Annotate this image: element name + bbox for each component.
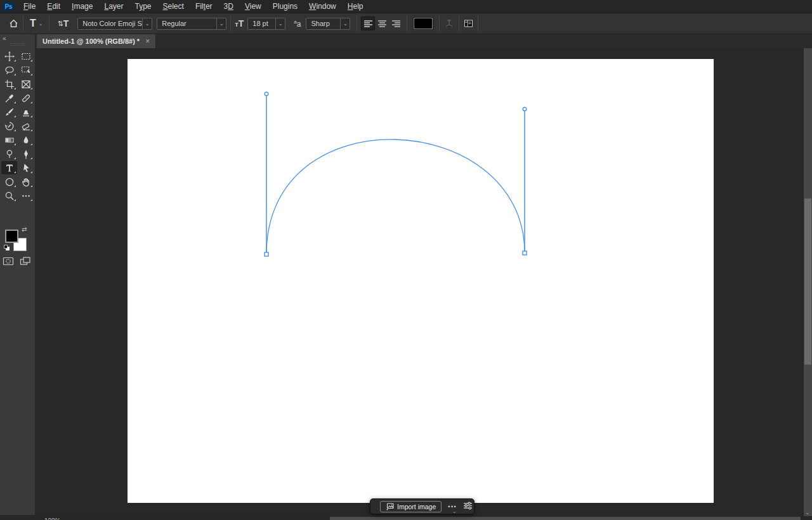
healing-brush-tool[interactable]: [18, 91, 34, 105]
menu-type[interactable]: Type: [129, 1, 157, 12]
import-image-icon: [386, 503, 394, 510]
menu-3d[interactable]: 3D: [218, 1, 239, 12]
menu-file[interactable]: File: [18, 1, 41, 12]
separator: [459, 16, 459, 31]
warp-text-icon: [443, 18, 455, 29]
menu-layer[interactable]: Layer: [98, 1, 129, 12]
marquee-tool[interactable]: [18, 49, 34, 63]
eyedropper-tool[interactable]: [1, 91, 17, 105]
import-image-label: Import image: [397, 503, 436, 510]
chevron-down-icon: ⌄: [216, 18, 226, 29]
font-size-select[interactable]: 18 pt ⌄: [247, 18, 285, 30]
chevron-down-icon: ⌄: [142, 18, 152, 29]
eraser-tool[interactable]: [18, 119, 34, 133]
menu-edit[interactable]: Edit: [41, 1, 66, 12]
text-color-swatch[interactable]: [414, 18, 433, 29]
status-bar: 100%: [0, 516, 812, 520]
import-image-button[interactable]: Import image: [380, 501, 442, 512]
menu-window[interactable]: Window: [303, 1, 342, 12]
font-size-icon: TT: [235, 19, 244, 28]
horizontal-scrollbar-thumb[interactable]: [330, 517, 801, 520]
frame-tool[interactable]: [18, 77, 34, 91]
path-selection-tool[interactable]: [18, 161, 34, 174]
menu-image[interactable]: Image: [66, 1, 98, 12]
gradient-tool[interactable]: [1, 133, 17, 146]
ellipse-shape-tool[interactable]: [1, 175, 17, 188]
align-left-button[interactable]: [361, 16, 375, 30]
zoom-tool[interactable]: [1, 189, 17, 202]
separator: [49, 16, 49, 31]
document-tab-strip: Untitled-1 @ 100% (RGB/8#) * ×: [35, 34, 812, 48]
scroll-down-icon[interactable]: ⌄: [805, 509, 810, 516]
move-tool[interactable]: [1, 49, 17, 63]
pen-path-overlay: [128, 59, 714, 503]
tools-panel: «: [0, 34, 35, 515]
separator: [230, 16, 231, 31]
separator: [357, 16, 357, 31]
contextual-task-bar: Import image ••• ⌄: [370, 498, 475, 514]
chevron-down-icon: ⌄: [39, 21, 43, 27]
type-tool[interactable]: [1, 161, 17, 174]
history-brush-tool[interactable]: [1, 119, 17, 133]
menu-bar: Ps File Edit Image Layer Type Select Fil…: [0, 0, 812, 13]
screen-mode-icon[interactable]: [20, 256, 31, 269]
chevron-down-icon: ⌄: [452, 509, 457, 514]
separator: [478, 16, 478, 31]
options-bar: T ⌄ ⇅T Noto Color Emoji SVG ⌄ Regular ⌄ …: [0, 13, 812, 34]
object-selection-tool[interactable]: [18, 63, 34, 77]
anti-alias-value: Sharp: [306, 18, 340, 29]
separator: [23, 16, 23, 31]
status-zoom-level[interactable]: 100%: [44, 517, 61, 520]
swap-colors-icon[interactable]: ⇄: [22, 226, 27, 233]
menu-select[interactable]: Select: [157, 1, 190, 12]
color-swatches: ⇄: [5, 228, 30, 255]
bezier-curve-segment[interactable]: [266, 140, 525, 254]
font-style-value: Regular: [157, 18, 216, 29]
vertical-scrollbar[interactable]: ⌄: [804, 48, 812, 516]
anchor-point-left[interactable]: [265, 252, 268, 256]
vertical-scrollbar-thumb[interactable]: [804, 198, 811, 365]
properties-sliders-icon[interactable]: [463, 501, 473, 512]
dodge-tool[interactable]: [1, 147, 17, 160]
panel-grip[interactable]: [10, 43, 24, 46]
lasso-tool[interactable]: [1, 63, 17, 77]
type-tool-preset-button[interactable]: T ⌄: [27, 18, 45, 29]
photoshop-logo-icon: Ps: [3, 2, 15, 11]
document-title: Untitled-1 @ 100% (RGB/8#) *: [43, 37, 140, 45]
text-orientation-icon[interactable]: ⇅T: [57, 19, 69, 28]
toggle-panels-icon[interactable]: [463, 18, 474, 29]
foreground-color-swatch[interactable]: [5, 230, 18, 243]
anti-alias-select[interactable]: Sharp ⌄: [306, 18, 350, 30]
home-icon[interactable]: [8, 18, 19, 29]
crop-tool[interactable]: [1, 77, 17, 91]
control-point-right[interactable]: [523, 107, 527, 111]
collapse-panel-icon[interactable]: «: [3, 35, 6, 42]
align-right-button[interactable]: [389, 16, 403, 30]
edit-toolbar-icon[interactable]: [18, 189, 34, 202]
menu-filter[interactable]: Filter: [190, 1, 218, 12]
clone-stamp-tool[interactable]: [18, 105, 34, 119]
menu-help[interactable]: Help: [342, 1, 369, 12]
brush-tool[interactable]: [1, 105, 17, 119]
anti-alias-icon: aa: [294, 20, 301, 28]
font-size-value: 18 pt: [248, 18, 275, 29]
separator: [407, 16, 407, 31]
close-tab-icon[interactable]: ×: [145, 37, 150, 45]
blur-tool[interactable]: [18, 133, 34, 146]
font-family-value: Noto Color Emoji SVG: [78, 18, 142, 29]
font-family-select[interactable]: Noto Color Emoji SVG ⌄: [77, 18, 152, 30]
default-colors-icon[interactable]: [4, 245, 10, 251]
control-point-left[interactable]: [265, 92, 268, 96]
chevron-down-icon: ⌄: [340, 18, 350, 29]
chevron-down-icon: ⌄: [275, 18, 285, 29]
align-center-button[interactable]: [375, 16, 389, 30]
document-tab[interactable]: Untitled-1 @ 100% (RGB/8#) * ×: [37, 34, 156, 48]
pen-tool[interactable]: [18, 147, 34, 160]
menu-view[interactable]: View: [239, 1, 267, 12]
font-style-select[interactable]: Regular ⌄: [157, 18, 226, 30]
anchor-point-right[interactable]: [523, 251, 527, 255]
quick-mask-icon[interactable]: [3, 256, 14, 269]
hand-tool[interactable]: [18, 175, 34, 188]
menu-plugins[interactable]: Plugins: [267, 1, 303, 12]
separator: [439, 16, 440, 31]
